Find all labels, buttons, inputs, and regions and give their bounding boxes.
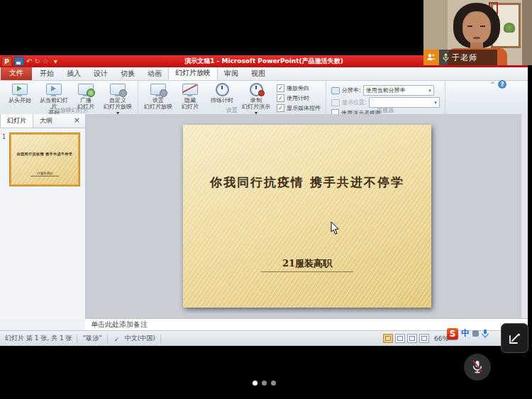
resolution-row: 分辨率: 使用当前分辨率 ▾: [331, 85, 440, 96]
pager-dot[interactable]: [262, 381, 267, 386]
slides-tab[interactable]: 幻灯片: [0, 114, 33, 128]
resolution-dropdown[interactable]: 使用当前分辨率 ▾: [363, 85, 434, 96]
show-on-icon: [331, 99, 340, 106]
thumbnail-title: 你我同行抗疫情 携手共进不停学: [11, 152, 78, 156]
zoom-level[interactable]: 66%: [431, 335, 448, 342]
language-indicator[interactable]: ✓ 中文(中国): [108, 334, 160, 344]
page-indicator: [253, 381, 276, 386]
group-label-start: 开始放映幻灯片: [0, 106, 138, 114]
pen-square-icon: [508, 332, 521, 345]
pager-dot[interactable]: [271, 381, 276, 386]
play-narrations-checkbox[interactable]: ✓ 播放旁白: [277, 84, 321, 92]
person-eye: [467, 26, 472, 27]
slide-number: 1: [2, 133, 10, 186]
participant-name: 于老师: [452, 52, 477, 63]
use-timings-checkbox[interactable]: ✓ 使用计时: [277, 94, 321, 102]
language-label: 中文(中国): [125, 335, 155, 342]
resolution-label: 分辨率:: [342, 86, 361, 94]
play-from-current-icon: [45, 83, 62, 96]
webcam-video[interactable]: 于老师: [423, 0, 532, 65]
slideshow-view-icon[interactable]: [419, 334, 429, 343]
minimize-ribbon-icon[interactable]: ^: [490, 82, 495, 88]
slide-sorter-view-icon[interactable]: [395, 334, 405, 343]
person-eye: [480, 26, 485, 27]
slide-footer[interactable]: 21服装高职: [261, 257, 353, 272]
setup-show-icon: [150, 83, 167, 96]
chinese-mode-icon[interactable]: 中: [461, 327, 470, 339]
annotation-button[interactable]: [501, 323, 528, 353]
normal-view-icon[interactable]: [383, 334, 393, 343]
record-clock-icon: [248, 83, 265, 96]
rehearse-timings-label: 排练计时: [211, 97, 233, 103]
vertical-scrollbar[interactable]: [521, 114, 528, 320]
input-method-tray: S 中: [447, 327, 489, 339]
show-on-label: 显示位置:: [342, 99, 367, 106]
webcam-plant: [504, 23, 515, 33]
statusbar-separator: [160, 335, 161, 343]
hide-slide-icon: [182, 83, 199, 96]
tab-review[interactable]: 审阅: [218, 67, 245, 80]
participant-name-bar: 于老师: [423, 50, 497, 65]
powerpoint-window: P ↶ ↻ ☆ ▾ 演示文稿1 - Microsoft PowerPoint(产…: [0, 55, 528, 346]
screen: P ↶ ↻ ☆ ▾ 演示文稿1 - Microsoft PowerPoint(产…: [0, 0, 532, 399]
tab-home[interactable]: 开始: [33, 67, 60, 80]
rehearse-clock-icon: [214, 83, 231, 96]
slide-canvas[interactable]: 你我同行抗疫情 携手共进不停学 21服装高职: [183, 125, 431, 308]
person-mouth: [473, 37, 480, 39]
slide-counter: 幻灯片 第 1 张, 共 1 张: [0, 334, 77, 343]
group-label-setup: 设置: [138, 106, 326, 114]
custom-show-icon: [109, 83, 126, 96]
checkbox-icon: ✓: [277, 84, 284, 92]
sogou-input-icon[interactable]: S: [447, 328, 458, 339]
from-beginning-button[interactable]: 从头开始: [4, 82, 36, 103]
tray-tool-icon[interactable]: [472, 330, 479, 337]
slide-thumbnail[interactable]: 你我同行抗疫情 携手共进不停学 21服装高职: [10, 133, 79, 186]
rehearse-timings-button[interactable]: 排练计时: [206, 82, 238, 103]
microphone-muted-button[interactable]: [464, 354, 491, 381]
play-narrations-label: 播放旁白: [287, 84, 309, 92]
group-label-monitors: 监视器: [326, 106, 445, 114]
help-icon[interactable]: ?: [498, 80, 506, 89]
muted-mic-icon: [470, 359, 484, 375]
tab-transitions[interactable]: 切换: [114, 67, 141, 80]
checkbox-icon: ✓: [277, 94, 284, 102]
ribbon: 从头开始 从当前幻灯片 开始 广播 幻灯片 自定义 幻灯片放映 ▾ 开始放映幻灯…: [0, 81, 528, 115]
voice-input-icon[interactable]: [482, 329, 489, 339]
thumbnail-footer: 21服装高职: [31, 172, 59, 176]
use-timings-label: 使用计时: [287, 94, 309, 102]
view-shortcuts: 66%: [383, 334, 448, 343]
spellcheck-icon: ✓: [113, 335, 121, 343]
from-beginning-label: 从头开始: [9, 97, 31, 103]
reading-view-icon[interactable]: [407, 334, 417, 343]
participant-mic-icon: [443, 53, 449, 62]
outline-tab[interactable]: 大纲: [33, 114, 59, 128]
slide-editor: 你我同行抗疫情 携手共进不停学 21服装高职: [86, 114, 528, 320]
ribbon-group-monitors: 分辨率: 使用当前分辨率 ▾ 显示位置: ▾: [326, 81, 445, 114]
presenter-badge-icon: [423, 50, 439, 65]
mouse-cursor: [331, 222, 340, 238]
webcam-background: [522, 0, 532, 65]
slide-title[interactable]: 你我同行抗疫情 携手共进不停学: [183, 174, 431, 191]
slides-panel: 幻灯片 大纲 × 1 你我同行抗疫情 携手共进不停学 21服装高职: [0, 114, 86, 320]
person-face: [462, 11, 491, 44]
tab-insert[interactable]: 插入: [60, 67, 87, 80]
tab-design[interactable]: 设计: [87, 67, 114, 80]
resolution-value: 使用当前分辨率: [366, 86, 406, 94]
chevron-down-icon: ▾: [434, 100, 437, 106]
theme-name[interactable]: “跋涉”: [77, 334, 106, 343]
chevron-down-icon: ▾: [428, 88, 431, 94]
tab-animations[interactable]: 动画: [141, 67, 168, 80]
tab-slideshow[interactable]: 幻灯片放映: [168, 66, 218, 80]
slide-thumbnail-row: 1 你我同行抗疫情 携手共进不停学 21服装高职: [0, 128, 85, 186]
panel-tabs: 幻灯片 大纲 ×: [0, 114, 85, 128]
ribbon-group-start-slideshow: 从头开始 从当前幻灯片 开始 广播 幻灯片 自定义 幻灯片放映 ▾ 开始放映幻灯…: [0, 81, 138, 114]
ribbon-group-setup: 设置 幻灯片放映 隐藏 幻灯片 排练计时 录制 幻灯片演示 ▾ ✓: [138, 81, 326, 114]
resolution-icon: [331, 87, 340, 94]
broadcast-icon: [77, 83, 94, 96]
tab-file[interactable]: 文件: [1, 67, 32, 80]
close-icon[interactable]: ×: [69, 114, 85, 128]
pager-dot[interactable]: [253, 381, 257, 386]
workspace: 幻灯片 大纲 × 1 你我同行抗疫情 携手共进不停学 21服装高职 你我同行抗疫…: [0, 114, 528, 320]
play-from-start-icon: [11, 83, 28, 96]
tab-view[interactable]: 视图: [245, 67, 272, 80]
